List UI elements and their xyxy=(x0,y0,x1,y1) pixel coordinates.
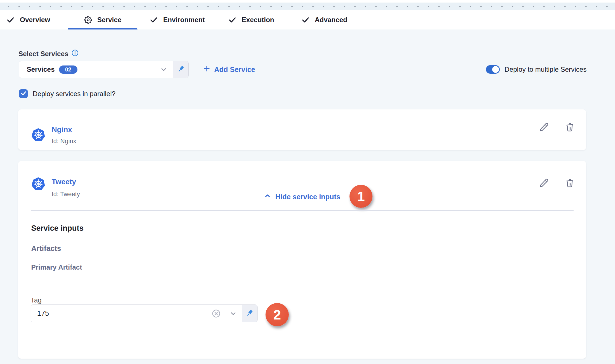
tab-label: Overview xyxy=(20,16,50,24)
add-service-label: Add Service xyxy=(214,65,255,74)
clear-value-icon[interactable] xyxy=(212,309,220,318)
deploy-multiple-toggle-row: Deploy to multiple Services xyxy=(486,61,587,78)
artifacts-heading: Artifacts xyxy=(31,244,61,253)
delete-service-button[interactable] xyxy=(564,121,575,133)
tag-field xyxy=(31,305,242,322)
tab-label: Execution xyxy=(242,16,274,24)
tab-environment[interactable]: Environment xyxy=(149,10,205,29)
hide-service-inputs-label: Hide service inputs xyxy=(275,193,340,201)
service-name-link[interactable]: Tweety xyxy=(52,177,76,186)
check-icon xyxy=(149,16,158,24)
edit-service-button[interactable] xyxy=(538,177,550,189)
annotation-step-1: 1 xyxy=(349,185,372,208)
check-icon xyxy=(20,90,27,98)
chevron-up-icon xyxy=(264,192,271,201)
edit-service-button[interactable] xyxy=(538,121,550,133)
chevron-down-icon[interactable] xyxy=(160,66,167,73)
toggle-knob xyxy=(492,66,499,73)
tab-overview[interactable]: Overview xyxy=(6,10,50,29)
service-name-link[interactable]: Nginx xyxy=(52,125,72,134)
card-actions xyxy=(538,121,575,133)
pin-icon xyxy=(245,309,254,318)
tab-execution[interactable]: Execution xyxy=(228,10,274,29)
pipeline-canvas-dotted-strip xyxy=(0,3,615,10)
services-pin-button[interactable] xyxy=(173,61,188,78)
primary-artifact-heading: Primary Artifact xyxy=(31,263,82,271)
tab-label: Environment xyxy=(163,16,205,24)
service-card-tweety: Tweety Id: Tweety Hide service inputs 1 … xyxy=(18,161,586,359)
chevron-down-icon[interactable] xyxy=(229,310,237,317)
hide-service-inputs-link[interactable]: Hide service inputs xyxy=(18,192,586,201)
select-services-label: Select Services xyxy=(18,50,68,58)
tag-label: Tag xyxy=(31,296,42,304)
stage-tabbar: Overview Service Environment Execution A… xyxy=(0,10,615,29)
pin-icon xyxy=(177,65,185,74)
annotation-step-2: 2 xyxy=(266,303,289,326)
tab-advanced[interactable]: Advanced xyxy=(301,10,347,29)
deploy-parallel-label: Deploy services in parallel? xyxy=(33,90,115,98)
tab-label: Service xyxy=(97,16,121,24)
tab-service[interactable]: Service xyxy=(84,10,121,29)
deploy-stage-config-page: Overview Service Environment Execution A… xyxy=(0,0,615,364)
deploy-parallel-row: Deploy services in parallel? xyxy=(19,89,115,98)
card-divider xyxy=(31,210,574,211)
check-icon xyxy=(228,16,237,24)
deploy-multiple-label: Deploy to multiple Services xyxy=(505,65,587,73)
check-icon xyxy=(6,16,15,24)
tab-label: Advanced xyxy=(315,16,347,24)
services-dropdown-main[interactable]: Services 02 xyxy=(19,61,173,78)
services-dropdown-value: Services xyxy=(27,65,55,73)
service-card-nginx: Nginx Id: Nginx xyxy=(18,109,586,150)
deploy-parallel-checkbox[interactable] xyxy=(19,89,28,98)
plus-icon xyxy=(203,65,210,74)
deploy-multiple-toggle[interactable] xyxy=(486,65,500,74)
services-count-badge: 02 xyxy=(59,65,77,74)
gear-icon xyxy=(84,16,92,24)
card-actions xyxy=(538,177,575,189)
kubernetes-icon xyxy=(31,177,45,192)
tag-pin-button[interactable] xyxy=(242,305,257,322)
service-inputs-title: Service inputs xyxy=(31,224,84,233)
add-service-button[interactable]: Add Service xyxy=(203,61,255,78)
tag-input-group xyxy=(31,304,258,322)
services-dropdown[interactable]: Services 02 xyxy=(19,61,189,78)
info-icon[interactable] xyxy=(71,49,79,58)
tag-input[interactable] xyxy=(31,309,190,318)
kubernetes-icon xyxy=(31,128,45,143)
service-id: Id: Nginx xyxy=(52,137,76,145)
service-tab-content: Select Services Services 02 Add Service xyxy=(0,29,615,364)
services-dropdown-row: Services 02 xyxy=(19,61,189,78)
select-services-label-row: Select Services xyxy=(18,49,79,58)
delete-service-button[interactable] xyxy=(564,177,575,189)
check-icon xyxy=(301,16,310,24)
